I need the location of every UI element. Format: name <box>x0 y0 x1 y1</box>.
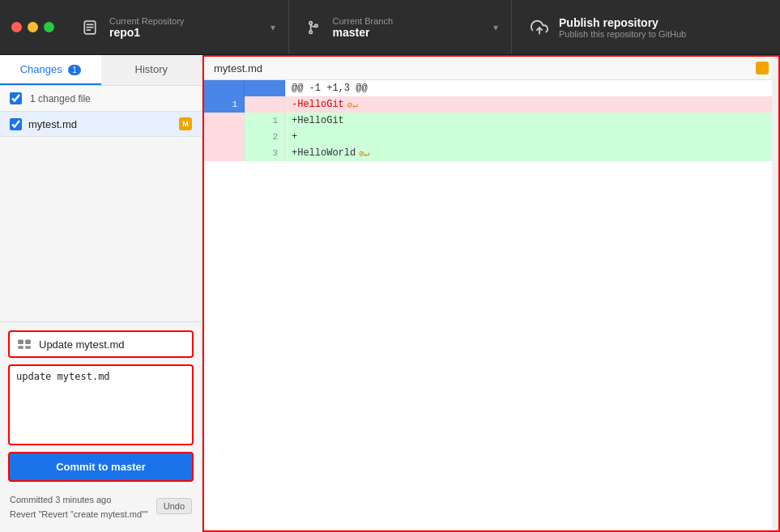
svg-rect-12 <box>25 346 31 348</box>
publish-sub: Publish this repository to GitHub <box>559 29 686 39</box>
maximize-button[interactable] <box>44 22 54 32</box>
diff-line-content-added-1: +HelloGit <box>285 113 778 129</box>
tab-changes[interactable]: Changes 1 <box>0 55 101 85</box>
minimize-button[interactable] <box>28 22 38 32</box>
branch-chevron-icon: ▾ <box>493 22 498 33</box>
svg-rect-2 <box>87 26 94 28</box>
left-panel: Changes 1 History 1 changed file mytest.… <box>0 55 202 532</box>
repo-icon <box>79 16 101 39</box>
commit-description-input[interactable]: update mytest.md <box>16 371 185 436</box>
diff-line-added-3: 3 +HelloWorld ⊘↵ <box>204 145 778 161</box>
diff-new-linenum-1 <box>245 96 285 113</box>
diff-new-linenum-2: 1 <box>245 113 285 129</box>
diff-line-content-added-3: +HelloWorld ⊘↵ <box>285 145 778 161</box>
current-repository-section[interactable]: Current Repository repo1 ▾ <box>66 0 289 54</box>
svg-point-4 <box>309 21 311 23</box>
diff-new-linenum-4: 3 <box>245 145 285 161</box>
diff-old-linenum-4 <box>204 145 245 161</box>
hunk-old-num <box>204 80 245 96</box>
current-branch-section[interactable]: Current Branch master ▾ <box>289 0 513 54</box>
branch-value: master <box>333 26 394 39</box>
tab-history[interactable]: History <box>101 55 202 85</box>
diff-line-added-2: 2 + <box>204 129 778 145</box>
svg-rect-11 <box>18 346 23 348</box>
hunk-new-num <box>245 80 285 96</box>
diff-content: @@ -1 +1,3 @@ 1 -HelloGit ⊘↵ 1 +HelloGit <box>204 80 778 530</box>
main-area: Changes 1 History 1 changed file mytest.… <box>0 55 780 532</box>
scrollbar[interactable] <box>772 57 778 530</box>
svg-rect-3 <box>87 29 92 31</box>
commit-summary-input[interactable] <box>39 338 185 351</box>
svg-rect-9 <box>18 339 23 344</box>
diff-line-added-1: 1 +HelloGit <box>204 113 778 129</box>
hunk-header-text: @@ -1 +1,3 @@ <box>285 80 778 96</box>
commit-area: update mytest.md Commit to master Commit… <box>0 321 202 532</box>
diff-new-linenum-3: 2 <box>245 129 285 145</box>
branch-icon <box>302 16 325 39</box>
publish-text: Publish repository Publish this reposito… <box>559 16 686 39</box>
diff-filename: mytest.md <box>214 62 262 74</box>
repo-text: Current Repository repo1 <box>109 16 184 39</box>
svg-point-5 <box>309 30 311 32</box>
changed-files-label: 1 changed file <box>30 93 91 104</box>
publish-icon <box>528 16 551 39</box>
changes-badge: 1 <box>68 65 81 75</box>
repo-label: Current Repository <box>109 16 184 26</box>
diff-modified-badge <box>756 62 769 74</box>
commit-description-container: update mytest.md <box>8 364 194 445</box>
file-item[interactable]: mytest.md M <box>0 112 202 137</box>
repo-chevron-icon: ▾ <box>271 22 275 33</box>
diff-header: mytest.md <box>204 57 778 80</box>
revert-text: Revert "Revert "create mytest.md"" <box>10 509 148 519</box>
hunk-header: @@ -1 +1,3 @@ <box>204 80 778 96</box>
file-modified-badge: M <box>179 117 192 130</box>
spacer <box>0 217 202 322</box>
diff-line-removed: 1 -HelloGit ⊘↵ <box>204 96 778 113</box>
changed-files-header: 1 changed file <box>0 86 202 112</box>
commit-summary-icon <box>16 336 32 352</box>
tabs: Changes 1 History <box>0 55 202 86</box>
diff-old-linenum-3 <box>204 129 245 145</box>
commit-status: Committed 3 minutes ago Revert "Revert "… <box>8 488 194 524</box>
commit-status-text: Committed 3 minutes ago <box>10 495 111 504</box>
file-list: mytest.md M <box>0 112 202 217</box>
diff-line-content-removed: -HelloGit ⊘↵ <box>285 96 778 113</box>
commit-status-text-container: Committed 3 minutes ago Revert "Revert "… <box>10 492 148 521</box>
diff-old-linenum-2 <box>204 113 245 129</box>
commit-button[interactable]: Commit to master <box>8 452 194 482</box>
undo-button[interactable]: Undo <box>156 498 192 514</box>
diff-panel: mytest.md @@ -1 +1,3 @@ 1 -HelloGit ⊘↵ <box>202 55 780 532</box>
traffic-lights <box>0 22 66 32</box>
diff-line-content-added-2: + <box>285 129 778 145</box>
diff-old-linenum-1: 1 <box>204 96 245 113</box>
publish-title: Publish repository <box>559 16 686 29</box>
svg-rect-10 <box>25 339 31 344</box>
branch-text: Current Branch master <box>333 16 394 39</box>
publish-section[interactable]: Publish repository Publish this reposito… <box>512 0 780 54</box>
titlebar: Current Repository repo1 ▾ Current Branc… <box>0 0 780 55</box>
select-all-checkbox[interactable] <box>10 92 22 104</box>
branch-label: Current Branch <box>333 16 394 26</box>
file-name: mytest.md <box>28 118 179 130</box>
commit-summary-container <box>8 330 194 358</box>
no-newline-icon-1: ⊘↵ <box>347 100 358 110</box>
svg-rect-1 <box>87 23 94 25</box>
close-button[interactable] <box>11 22 22 32</box>
no-newline-icon-2: ⊘↵ <box>359 148 369 159</box>
file-checkbox[interactable] <box>10 118 22 130</box>
repo-value: repo1 <box>109 26 184 39</box>
